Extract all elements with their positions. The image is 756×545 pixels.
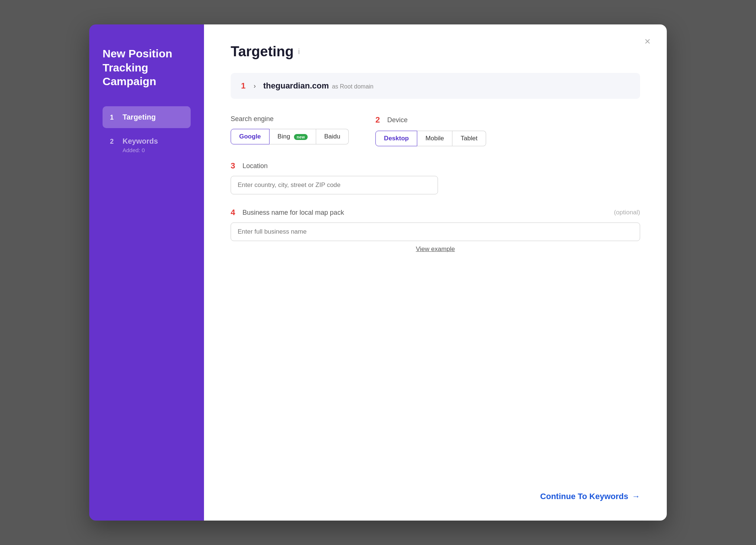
business-optional: (optional) [614, 209, 640, 216]
sidebar-step-targeting[interactable]: 1 Targeting [103, 106, 191, 128]
device-desktop[interactable]: Desktop [375, 131, 417, 146]
step-number-2: 2 [110, 138, 117, 146]
search-engine-bing[interactable]: Bing new [270, 129, 316, 144]
domain-type: as Root domain [332, 83, 374, 90]
view-example-button[interactable]: View example [231, 245, 640, 253]
location-step-badge: 3 [231, 161, 238, 171]
step-label-keywords: Keywords [123, 137, 158, 146]
sidebar-step-keywords[interactable]: 2 Keywords Added: 0 [103, 130, 191, 160]
page-title-text: Targeting [231, 44, 294, 60]
close-icon: × [645, 36, 650, 47]
business-step-badge: 4 [231, 208, 238, 217]
domain-card: 1 › theguardian.com as Root domain [231, 73, 640, 99]
location-label: Location [242, 162, 268, 170]
business-input[interactable] [231, 223, 640, 241]
info-icon[interactable]: i [298, 47, 300, 56]
location-input[interactable] [231, 176, 438, 194]
step-label-targeting: Targeting [123, 113, 156, 121]
search-engine-group: Search engine Google Bing new Baidu [231, 115, 349, 144]
device-options: Desktop Mobile Tablet [375, 131, 486, 146]
device-mobile[interactable]: Mobile [417, 131, 452, 146]
search-engine-label: Search engine [231, 115, 349, 123]
sidebar: New Position Tracking Campaign 1 Targeti… [89, 24, 204, 521]
device-label: Device [387, 116, 408, 124]
close-button[interactable]: × [641, 35, 654, 48]
location-group: 3 Location [231, 161, 640, 194]
search-device-row: Search engine Google Bing new Baidu [231, 115, 640, 146]
search-engine-google[interactable]: Google [231, 129, 270, 144]
device-step-badge: 2 [375, 115, 383, 125]
business-label: Business name for local map pack [242, 209, 344, 217]
device-group: 2 Device Desktop Mobile Tablet [375, 115, 486, 146]
domain-step-badge: 1 [241, 81, 248, 91]
location-label-row: 3 Location [231, 161, 640, 171]
step-sub-keywords: Added: 0 [123, 147, 158, 153]
footer: Continue To Keywords → [540, 492, 640, 501]
domain-info: theguardian.com as Root domain [263, 81, 374, 91]
search-engine-baidu[interactable]: Baidu [316, 129, 349, 144]
step-info-2: Keywords Added: 0 [123, 137, 158, 153]
page-title: Targeting i [231, 44, 640, 60]
domain-name: theguardian.com [263, 81, 329, 90]
chevron-right-icon: › [254, 82, 256, 90]
modal: New Position Tracking Campaign 1 Targeti… [89, 24, 667, 521]
continue-button[interactable]: Continue To Keywords → [540, 492, 640, 501]
step-info-1: Targeting [123, 113, 156, 121]
business-group: 4 Business name for local map pack (opti… [231, 208, 640, 253]
bing-new-badge: new [294, 134, 307, 140]
business-label-row: 4 Business name for local map pack (opti… [231, 208, 640, 217]
arrow-right-icon: → [632, 492, 640, 501]
modal-backdrop: New Position Tracking Campaign 1 Targeti… [0, 0, 756, 545]
device-tablet[interactable]: Tablet [452, 131, 486, 146]
main-content: × Targeting i 1 › theguardian.com as Roo… [204, 24, 667, 521]
continue-label: Continue To Keywords [540, 492, 628, 501]
sidebar-title: New Position Tracking Campaign [103, 47, 191, 88]
search-engine-options: Google Bing new Baidu [231, 129, 349, 144]
step-number-1: 1 [110, 114, 117, 121]
